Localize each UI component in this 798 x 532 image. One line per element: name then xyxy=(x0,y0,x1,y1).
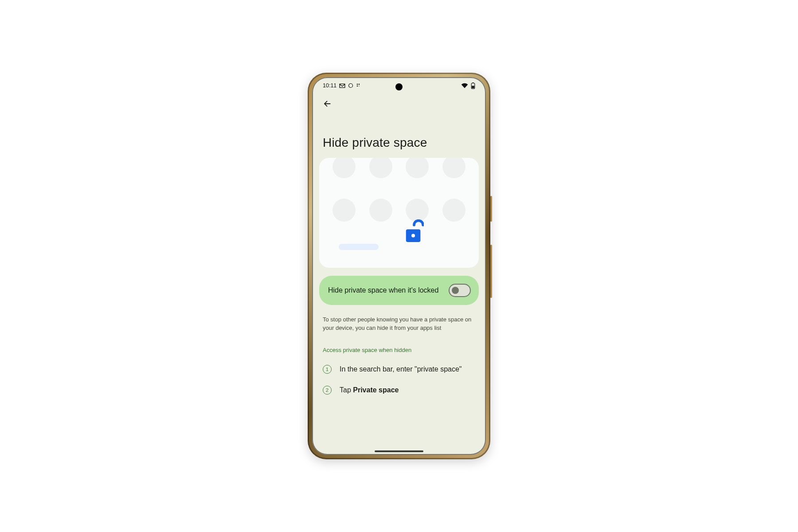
step-number-badge: 1 xyxy=(323,365,332,374)
svg-point-2 xyxy=(359,84,360,85)
placeholder-app-icon xyxy=(442,158,466,178)
svg-rect-7 xyxy=(472,86,474,88)
private-space-bar-icon xyxy=(339,244,379,250)
gmail-icon xyxy=(339,83,345,88)
page-content: Hide private space xyxy=(312,122,486,455)
hide-when-locked-toggle[interactable] xyxy=(449,284,471,297)
svg-point-9 xyxy=(411,234,415,238)
description-text: To stop other people knowing you have a … xyxy=(319,305,479,332)
back-button[interactable] xyxy=(319,96,335,112)
placeholder-app-icon xyxy=(406,158,429,178)
illustration-card xyxy=(319,158,479,268)
status-clock: 10:11 xyxy=(323,82,336,89)
power-button xyxy=(490,196,492,222)
dots-icon xyxy=(356,83,361,88)
step-text: Tap Private space xyxy=(340,385,399,395)
svg-point-4 xyxy=(359,86,360,86)
step-row: 2 Tap Private space xyxy=(319,379,479,400)
svg-point-1 xyxy=(357,84,358,85)
screen: 10:11 xyxy=(312,77,486,455)
switch-knob xyxy=(452,287,459,294)
hide-when-locked-row[interactable]: Hide private space when it's locked xyxy=(319,276,479,305)
step-text: In the search bar, enter "private space" xyxy=(340,364,462,374)
volume-rocker xyxy=(490,245,492,298)
gesture-nav-bar[interactable] xyxy=(375,450,423,452)
svg-rect-6 xyxy=(473,82,474,83)
circle-icon xyxy=(348,83,353,88)
placeholder-app-icon xyxy=(332,199,356,222)
wifi-icon xyxy=(461,83,468,88)
placeholder-app-icon xyxy=(442,199,466,222)
page-title: Hide private space xyxy=(319,122,479,158)
placeholder-app-icon xyxy=(369,199,392,222)
placeholder-app-icon xyxy=(406,199,429,222)
device-frame: 10:11 xyxy=(308,73,490,459)
battery-icon xyxy=(471,82,475,89)
step-row: 1 In the search bar, enter "private spac… xyxy=(319,359,479,379)
placeholder-app-icon xyxy=(332,158,356,178)
svg-point-0 xyxy=(349,84,353,88)
placeholder-app-icon xyxy=(369,158,392,178)
arrow-back-icon xyxy=(322,99,332,109)
camera-hole xyxy=(395,83,403,90)
app-bar xyxy=(312,94,486,122)
toggle-label: Hide private space when it's locked xyxy=(328,286,442,295)
section-header: Access private space when hidden xyxy=(319,332,479,359)
step-number-badge: 2 xyxy=(323,386,332,395)
svg-point-3 xyxy=(357,86,358,87)
unlocked-lock-icon xyxy=(403,219,424,244)
